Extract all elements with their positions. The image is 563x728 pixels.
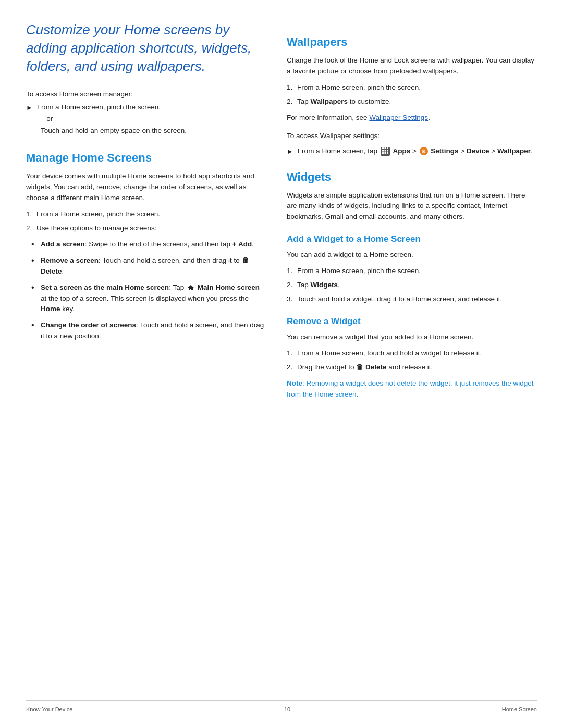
settings-icon: ⚙ <box>421 149 426 154</box>
svg-rect-3 <box>382 150 384 151</box>
svg-rect-2 <box>387 147 388 149</box>
svg-rect-6 <box>382 152 384 154</box>
right-column: Wallpapers Change the look of the Home a… <box>287 21 537 700</box>
bullet-add-screen: Add a screen: Swipe to the end of the sc… <box>31 239 266 250</box>
access-bullet: ► From a Home screen, pinch the screen. <box>26 103 266 112</box>
svg-rect-1 <box>384 147 386 149</box>
left-column: Customize your Home screens by adding ap… <box>26 21 266 700</box>
footer-left: Know Your Device <box>26 706 72 712</box>
wallpapers-section-title: Wallpapers <box>287 35 537 49</box>
arrow-icon: ► <box>26 104 33 112</box>
add-widget-body: You can add a widget to a Home screen. <box>287 250 537 261</box>
wallpapers-more: For more information, see Wallpaper Sett… <box>287 113 537 124</box>
apps-icon <box>382 147 388 154</box>
arrow-icon-2: ► <box>287 147 293 155</box>
note: Note: Removing a widget does not delete … <box>287 378 537 400</box>
note-content: : Removing a widget does not delete the … <box>287 379 534 398</box>
rw-step-1: 1. From a Home screen, touch and hold a … <box>287 348 537 359</box>
w-step-1: 1. From a Home screen, pinch the screen. <box>287 82 537 93</box>
manage-step-2: 2. Use these options to manage screens: <box>26 223 266 234</box>
bullet-remove-screen: Remove a screen: Touch and hold a screen… <box>31 255 266 277</box>
widgets-body: Widgets are simple application extension… <box>287 190 537 223</box>
aw-step-3: 3. Touch and hold a widget, drag it to a… <box>287 294 537 305</box>
main-content: Customize your Home screens by adding ap… <box>26 21 537 700</box>
svg-rect-5 <box>387 150 388 151</box>
manage-section-title: Manage Home Screens <box>26 151 266 165</box>
manage-steps: 1. From a Home screen, pinch the screen.… <box>26 209 266 234</box>
wallpapers-steps: 1. From a Home screen, pinch the screen.… <box>287 82 537 107</box>
svg-rect-0 <box>382 147 384 149</box>
svg-rect-8 <box>387 152 388 154</box>
remove-widget-section-title: Remove a Widget <box>287 316 537 327</box>
w-step-2: 2. Tap Wallpapers to customize. <box>287 96 537 107</box>
wallpapers-access-bullet: ► From a Home screen, tap <box>287 147 537 156</box>
wallpaper-settings-link[interactable]: Wallpaper Settings <box>369 114 428 121</box>
note-bold: Note <box>287 379 302 387</box>
access-bullet-text: From a Home screen, pinch the screen. <box>37 103 161 111</box>
bullet-main-screen: Set a screen as the main Home screen: Ta… <box>31 282 266 315</box>
manage-bullet-list: Add a screen: Swipe to the end of the sc… <box>31 239 266 342</box>
svg-rect-4 <box>384 150 386 151</box>
touch-text: Touch and hold an empty space on the scr… <box>41 126 266 137</box>
footer: Know Your Device 10 Home Screen <box>26 700 537 712</box>
svg-rect-7 <box>384 152 386 154</box>
wallpapers-body: Change the look of the Home and Lock scr… <box>287 55 537 77</box>
add-widget-steps: 1. From a Home screen, pinch the screen.… <box>287 266 537 305</box>
footer-right: Home Screen <box>502 706 537 712</box>
widgets-section-title: Widgets <box>287 170 537 184</box>
remove-widget-steps: 1. From a Home screen, touch and hold a … <box>287 348 537 373</box>
intro-text: To access Home screen manager: <box>26 90 266 98</box>
page: Customize your Home screens by adding ap… <box>0 0 563 728</box>
home-icon <box>187 284 194 291</box>
rw-step-2: 2. Drag the widget to 🗑 Delete and relea… <box>287 362 537 373</box>
wallpapers-access-text: From a Home screen, tap <box>298 147 533 156</box>
footer-center: 10 <box>284 706 290 712</box>
remove-widget-body: You can remove a widget that you added t… <box>287 332 537 343</box>
or-text: – or – <box>41 115 266 122</box>
hero-title: Customize your Home screens by adding ap… <box>26 21 266 76</box>
aw-step-1: 1. From a Home screen, pinch the screen. <box>287 266 537 277</box>
manage-step-1: 1. From a Home screen, pinch the screen. <box>26 209 266 220</box>
add-widget-section-title: Add a Widget to a Home Screen <box>287 234 537 244</box>
wallpapers-access: To access Wallpaper settings: <box>287 131 537 142</box>
aw-step-2: 2. Tap Widgets. <box>287 280 537 291</box>
manage-body: Your device comes with multiple Home scr… <box>26 171 266 204</box>
bullet-order-screens: Change the order of screens: Touch and h… <box>31 320 266 342</box>
